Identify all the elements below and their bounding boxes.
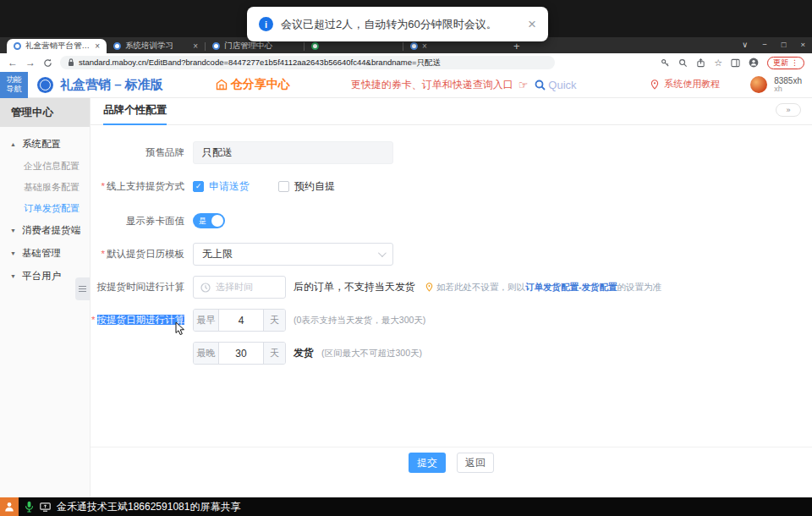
pickup-method-label: *线上支持提货方式 <box>91 180 193 193</box>
profile-icon[interactable] <box>749 58 759 68</box>
back-button[interactable]: 返回 <box>457 453 494 473</box>
sidebar-item-order-shipping[interactable]: 订单发货配置 <box>0 198 90 219</box>
maximize-icon[interactable]: □ <box>782 40 787 49</box>
screen-share-icon <box>40 502 51 512</box>
show-card-value-label: 显示券卡面值 <box>91 215 193 228</box>
warehouse-share-link[interactable]: 仓分享中心 <box>216 77 290 92</box>
checkbox-reserve-pickup[interactable] <box>278 181 289 192</box>
function-nav-line2: 导航 <box>7 85 22 94</box>
checkbox-apply-delivery-label[interactable]: 申请送货 <box>209 179 250 194</box>
tab-title: 门店管理中心 <box>224 41 297 52</box>
time-picker-input[interactable]: 选择时间 <box>193 276 286 299</box>
tab-brand-personality-config[interactable]: 品牌个性配置 <box>103 103 167 125</box>
tab-search-icon[interactable]: ∨ <box>742 40 748 49</box>
required-mark: * <box>102 181 105 191</box>
drag-bars-icon <box>79 286 86 292</box>
clock-icon <box>200 283 211 293</box>
url-text: standard.maboy.cn/EditBand?brandcode=844… <box>79 58 441 69</box>
calendar-template-value: 无上限 <box>202 247 233 261</box>
reload-icon[interactable] <box>43 58 52 68</box>
tab-favicon-icon <box>14 42 21 50</box>
microphone-icon <box>25 501 34 513</box>
sidebar-group-consumer-pickup[interactable]: ▼ 消费者提货端 <box>0 219 90 242</box>
sidebar-group-system-config[interactable]: ▲ 系统配置 <box>0 133 90 156</box>
minimize-icon[interactable]: − <box>762 40 767 49</box>
sidebar-title: 管理中心 <box>0 98 90 127</box>
new-tab-button[interactable]: + <box>513 40 520 52</box>
tab-favicon-icon <box>410 42 418 50</box>
tab-close-icon[interactable]: × <box>95 41 100 51</box>
toggle-on-label: 是 <box>199 216 206 227</box>
browser-tab[interactable]: 系统培训学习 × <box>107 39 205 53</box>
calendar-template-label: *默认提货日历模板 <box>91 248 193 261</box>
earliest-days-input[interactable]: 最早 4 天 <box>193 309 286 332</box>
time-calc-label: 按提货时间进行计算 <box>91 281 193 294</box>
zoom-icon[interactable] <box>678 58 688 68</box>
lock-icon <box>68 58 74 67</box>
function-nav-button[interactable]: 功能 导航 <box>0 72 28 98</box>
browser-toolbar: ← → standard.maboy.cn/EditBand?brandcode… <box>0 53 812 72</box>
pointing-hand-icon: ☞ <box>518 79 529 91</box>
triangle-down-icon: ▼ <box>10 250 17 256</box>
sidebar-group-basic-management[interactable]: ▼ 基础管理 <box>0 242 90 265</box>
mouse-cursor <box>175 321 185 336</box>
presale-brand-input[interactable]: 只配送 <box>193 141 393 164</box>
date-calc-label-highlighted: 按提货日期进行计算 <box>97 315 185 325</box>
calendar-template-select[interactable]: 无上限 <box>193 243 393 266</box>
back-icon[interactable]: ← <box>8 58 18 68</box>
app-logo <box>37 77 53 93</box>
triangle-down-icon: ▼ <box>10 228 17 233</box>
submit-button[interactable]: 提交 <box>409 453 446 473</box>
key-icon[interactable] <box>661 58 670 68</box>
time-calc-hint: 如若此处不设置，则以订单发货配置-发货配置的设置为准 <box>425 282 661 294</box>
app-header: 功能 导航 礼盒营销 – 标准版 仓分享中心 更快捷的券卡、订单和快递查询入口 … <box>0 72 812 98</box>
location-pin-icon <box>650 80 659 90</box>
sidebar-item-enterprise-info[interactable]: 企业信息配置 <box>0 156 90 177</box>
tab-title: 礼盒营销平台管理中心 <box>25 41 91 52</box>
sidebar-item-label: 订单发货配置 <box>24 202 80 215</box>
quick-label: Quick <box>548 79 576 91</box>
sidebar-item-basic-service[interactable]: 基础服务配置 <box>0 177 90 198</box>
latest-days-input[interactable]: 最晚 30 天 <box>193 342 286 365</box>
collapse-panel-button[interactable]: » <box>776 103 801 117</box>
side-panel-icon[interactable] <box>731 58 740 68</box>
show-card-value-toggle[interactable]: 是 <box>193 213 225 228</box>
footer-divider <box>91 447 812 447</box>
latest-value[interactable]: 30 <box>219 343 263 364</box>
latest-unit: 天 <box>263 343 285 364</box>
sidebar: 管理中心 ▲ 系统配置 企业信息配置 基础服务配置 订单发货配置 ▼ 消费者提货… <box>0 98 91 497</box>
bookmark-star-icon[interactable]: ☆ <box>714 58 722 69</box>
user-avatar[interactable] <box>750 76 767 93</box>
warehouse-icon <box>216 79 228 91</box>
earliest-value[interactable]: 4 <box>219 310 263 331</box>
sidebar-item-label: 企业信息配置 <box>24 160 80 173</box>
quick-search[interactable]: Quick <box>535 79 576 91</box>
time-picker-placeholder: 选择时间 <box>216 281 253 294</box>
tab-title: 系统培训学习 <box>125 41 189 52</box>
earliest-hint: (0表示支持当天发货，最大300天) <box>294 315 425 327</box>
share-icon[interactable] <box>696 58 705 68</box>
browser-tab-active[interactable]: 礼盒营销平台管理中心 × <box>7 39 107 53</box>
time-calc-suffix: 后的订单，不支持当天发货 <box>294 280 415 294</box>
participant-icon <box>0 497 19 516</box>
forward-icon[interactable]: → <box>25 58 36 68</box>
main-content: 品牌个性配置 » 预售品牌 只配送 *线上支持提货方式 ✓ 申请送货 预约自提 <box>91 98 812 497</box>
chrome-update-button[interactable]: 更新 ⋮ <box>767 57 804 69</box>
latest-hint: (区间最大不可超过300天) <box>321 348 422 360</box>
tip-pin-icon <box>425 283 433 292</box>
tab-close-icon[interactable]: × <box>193 41 198 51</box>
sidebar-group-label: 平台用户 <box>22 270 61 283</box>
browser-window: 礼盒营销平台管理中心 × 系统培训学习 × 门店管理中心 × + ∨ − □ × <box>0 37 812 497</box>
chevron-double-right-icon: » <box>786 106 790 114</box>
tab-close-icon[interactable]: × <box>422 41 427 51</box>
sidebar-group-label: 消费者提货端 <box>22 224 80 237</box>
close-icon[interactable]: × <box>528 17 536 31</box>
tutorial-link[interactable]: 系统使用教程 <box>664 78 720 91</box>
sidebar-drag-handle[interactable] <box>75 277 90 300</box>
address-bar[interactable]: standard.maboy.cn/EditBand?brandcode=844… <box>60 56 555 69</box>
sidebar-item-label: 基础服务配置 <box>24 181 80 194</box>
checkbox-apply-delivery[interactable]: ✓ <box>193 181 204 192</box>
window-close-icon[interactable]: × <box>800 40 805 49</box>
warehouse-share-label: 仓分享中心 <box>231 77 290 92</box>
checkbox-reserve-pickup-label[interactable]: 预约自提 <box>294 179 335 194</box>
